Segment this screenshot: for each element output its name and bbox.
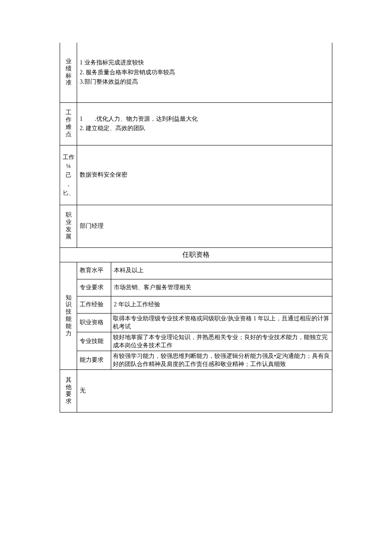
skills-row: 专业技能 较好地掌握了本专业理论知识，并熟悉相关专业；良好的专业技术能力，能独立… <box>60 332 332 351</box>
other-label: 其他要求 <box>60 370 77 413</box>
career-content: 部门经理 <box>77 205 332 247</box>
other-value: 无 <box>77 370 332 413</box>
work-etc-content: 数据资料安全保密 <box>77 145 332 205</box>
cert-label: 职业资格 <box>77 313 111 332</box>
cert-value: 取得本专业助理级专业技术资格或同级职业/执业资格 1 年以上，且通过相应的计算机… <box>111 313 332 332</box>
work-etc-row: 工作 ⅛ 己 ， 匕、 数据资料安全保密 <box>60 145 332 205</box>
performance-row: 业绩标准 1 业务指标完成进度较快 2. 服务质量合格率和营销成功率较高 3.部… <box>60 43 332 102</box>
work-etc-label: 工作 ⅛ 己 ， 匕、 <box>60 145 77 205</box>
education-row: 知识技能能力 教育水平 本科及以上 <box>60 262 332 279</box>
major-label: 专业要求 <box>77 279 111 296</box>
other-row: 其他要求 无 <box>60 370 332 413</box>
career-label: 职业发展 <box>60 205 77 247</box>
career-row: 职业发展 部门经理 <box>60 205 332 247</box>
difficulty-label: 工作难点 <box>60 102 77 145</box>
performance-content: 1 业务指标完成进度较快 2. 服务质量合格率和营销成功率较高 3.部门整体效益… <box>77 43 332 102</box>
ability-row: 能力要求 有较强学习能力，较强思维判断能力，较强逻辑分析能力强及•定沟通能力；具… <box>60 351 332 369</box>
education-label: 教育水平 <box>77 262 111 279</box>
performance-label: 业绩标准 <box>60 43 77 102</box>
skills-label: 专业技能 <box>77 332 111 351</box>
ability-label: 能力要求 <box>77 351 111 369</box>
education-value: 本科及以上 <box>111 262 332 279</box>
difficulty-row: 工作难点 1 .优化人力、物力资源，达到利益最大化 2. 建立稳定、高效的团队 <box>60 102 332 145</box>
qualification-header: 任职资格 <box>60 247 332 262</box>
qualification-header-row: 任职资格 <box>60 247 332 262</box>
experience-row: 工作经验 2 年以上工作经验 <box>60 296 332 313</box>
major-row: 专业要求 市场营销、客户服务管理相关 <box>60 279 332 296</box>
skills-value: 较好地掌握了本专业理论知识，并熟悉相关专业；良好的专业技术能力，能独立完成本岗位… <box>111 332 332 351</box>
ability-value: 有较强学习能力，较强思维判断能力，较强逻辑分析能力强及•定沟通能力；具有良好的团… <box>111 351 332 369</box>
experience-label: 工作经验 <box>77 296 111 313</box>
major-value: 市场营销、客户服务管理相关 <box>111 279 332 296</box>
difficulty-content: 1 .优化人力、物力资源，达到利益最大化 2. 建立稳定、高效的团队 <box>77 102 332 145</box>
experience-value: 2 年以上工作经验 <box>111 296 332 313</box>
knowledge-label: 知识技能能力 <box>60 262 77 370</box>
cert-row: 职业资格 取得本专业助理级专业技术资格或同级职业/执业资格 1 年以上，且通过相… <box>60 313 332 332</box>
job-description-table: 业绩标准 1 业务指标完成进度较快 2. 服务质量合格率和营销成功率较高 3.部… <box>60 43 332 413</box>
